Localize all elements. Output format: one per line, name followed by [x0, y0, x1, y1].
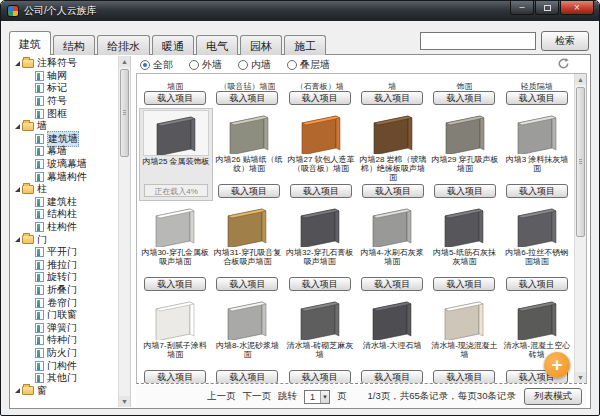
tree-item-leaf[interactable]: 轴网: [11, 70, 118, 83]
library-item-card[interactable]: （吸音毡）墙面载入项目: [211, 74, 283, 108]
library-item-card[interactable]: 内墙27 软包人造革（吸音板）墙面载入项目: [285, 108, 357, 201]
item-thumbnail[interactable]: [143, 110, 209, 156]
library-item-card[interactable]: 墙面载入项目: [139, 74, 211, 108]
prev-page-link[interactable]: 上一页: [207, 390, 236, 403]
load-into-project-button[interactable]: 载入项目: [289, 370, 351, 384]
library-item-card[interactable]: 墙载入项目: [356, 74, 428, 108]
tab-7[interactable]: 施工: [284, 35, 326, 55]
library-item-card[interactable]: 内墙31-穿孔吸音复合板吸声墙面载入项目: [211, 201, 283, 294]
library-item-card[interactable]: （石膏板）墙载入项目: [284, 74, 356, 108]
filter-option-4[interactable]: 叠层墙: [287, 58, 330, 72]
refresh-icon[interactable]: [557, 57, 570, 70]
close-button[interactable]: ×: [560, 1, 594, 15]
filter-option-1[interactable]: 全部: [140, 58, 173, 72]
item-thumbnail[interactable]: [289, 295, 351, 340]
tree-item-leaf[interactable]: 玻璃幕墙: [11, 158, 118, 171]
tree-item-leaf[interactable]: 旋转门: [11, 271, 118, 284]
load-into-project-button[interactable]: 载入项目: [216, 277, 278, 291]
tree-item-leaf[interactable]: 弹簧门: [11, 321, 118, 334]
item-thumbnail[interactable]: [289, 202, 351, 247]
tab-6[interactable]: 园林: [240, 35, 282, 55]
library-item-card[interactable]: 内墙3 涂料抹灰墙面载入项目: [501, 108, 573, 201]
expand-arrow-icon[interactable]: [15, 124, 20, 129]
library-item-card[interactable]: 内墙5-纸筋石灰抹灰墙面载入项目: [428, 201, 500, 294]
load-into-project-button[interactable]: 载入项目: [289, 277, 351, 291]
load-into-project-button[interactable]: 载入项目: [362, 184, 424, 198]
tree-item-leaf[interactable]: 门联窗: [11, 309, 118, 322]
title-bar[interactable]: 公司/个人云族库 – ×: [1, 1, 599, 21]
list-mode-button[interactable]: 列表模式: [524, 388, 582, 405]
load-into-project-button[interactable]: 载入项目: [289, 91, 351, 105]
next-page-link[interactable]: 下一页: [243, 390, 272, 403]
tree-scrollbar[interactable]: ▲ ▼: [118, 56, 130, 407]
tab-2[interactable]: 结构: [53, 35, 95, 55]
filter-option-2[interactable]: 外墙: [189, 58, 222, 72]
tree-item-leaf[interactable]: 符号: [11, 95, 118, 108]
library-item-card[interactable]: 轻质隔墙载入项目: [501, 74, 573, 108]
tree-item-leaf[interactable]: 图框: [11, 107, 118, 120]
tree-scrollbar-thumb[interactable]: [120, 69, 129, 157]
library-item-card[interactable]: 内墙7-刮腻子涂料墙面载入项目: [139, 294, 211, 384]
load-into-project-button[interactable]: 载入项目: [218, 184, 280, 198]
tab-3[interactable]: 给排水: [97, 35, 150, 55]
scroll-down-icon[interactable]: ▼: [575, 372, 586, 383]
filter-option-3[interactable]: 内墙: [238, 58, 271, 72]
scroll-down-icon[interactable]: ▼: [119, 396, 130, 407]
item-thumbnail[interactable]: [361, 295, 423, 340]
minimize-button[interactable]: –: [510, 1, 534, 15]
load-into-project-button[interactable]: 载入项目: [433, 277, 495, 291]
tree-item-leaf[interactable]: 幕墙: [11, 145, 118, 158]
grid-scrollbar[interactable]: ▲ ▼: [574, 74, 586, 383]
tree-item-leaf[interactable]: 特种门: [11, 334, 118, 347]
tree-item-leaf[interactable]: 柱构件: [11, 221, 118, 234]
tree-item-leaf[interactable]: 门构件: [11, 359, 118, 372]
load-into-project-button[interactable]: 载入项目: [506, 184, 568, 198]
load-into-project-button[interactable]: 载入项目: [144, 91, 206, 105]
search-button[interactable]: 检索: [541, 31, 589, 51]
add-fab-button[interactable]: +: [544, 352, 570, 378]
tree-item-leaf[interactable]: 推拉门: [11, 259, 118, 272]
scroll-up-icon[interactable]: ▲: [119, 56, 130, 67]
tree-item-folder[interactable]: 柱: [11, 183, 118, 196]
item-thumbnail[interactable]: [433, 295, 495, 340]
library-item-card[interactable]: 内墙30-穿孔金属板吸声墙面载入项目: [139, 201, 211, 294]
tree-item-folder[interactable]: 窗: [11, 384, 118, 397]
tree-item-leaf[interactable]: 折叠门: [11, 284, 118, 297]
tab-1[interactable]: 建筑: [9, 31, 51, 55]
radio-icon[interactable]: [140, 60, 150, 70]
tree-item-leaf[interactable]: 建筑柱: [11, 196, 118, 209]
item-thumbnail[interactable]: [144, 295, 206, 340]
expand-arrow-icon[interactable]: [15, 61, 20, 66]
expand-arrow-icon[interactable]: [15, 388, 20, 393]
radio-icon[interactable]: [287, 60, 297, 70]
load-into-project-button[interactable]: 载入项目: [506, 277, 568, 291]
load-into-project-button[interactable]: 载入项目: [290, 184, 352, 198]
scroll-up-icon[interactable]: ▲: [575, 74, 586, 85]
load-into-project-button[interactable]: 载入项目: [216, 91, 278, 105]
item-thumbnail[interactable]: [506, 202, 568, 247]
tree-item-leaf[interactable]: 结构柱: [11, 208, 118, 221]
item-thumbnail[interactable]: [433, 202, 495, 247]
load-into-project-button[interactable]: 载入项目: [361, 277, 423, 291]
item-thumbnail[interactable]: [216, 202, 278, 247]
tree-item-leaf[interactable]: 其他门: [11, 372, 118, 385]
expand-arrow-icon[interactable]: [15, 187, 20, 192]
library-item-card[interactable]: 内墙8-水泥砂浆墙面载入项目: [211, 294, 283, 384]
maximize-button[interactable]: [535, 1, 559, 15]
item-thumbnail[interactable]: [506, 295, 568, 340]
radio-icon[interactable]: [189, 60, 199, 70]
load-into-project-button[interactable]: 载入项目: [361, 370, 423, 384]
load-into-project-button[interactable]: 载入项目: [433, 370, 495, 384]
page-select[interactable]: 1 ▼: [304, 390, 330, 404]
load-into-project-button[interactable]: 载入项目: [144, 277, 206, 291]
grid-scrollbar-thumb[interactable]: [576, 87, 585, 237]
library-item-card[interactable]: 清水墙-现浇混凝土墙载入项目: [428, 294, 500, 384]
item-thumbnail[interactable]: [506, 109, 568, 154]
library-item-card[interactable]: 内墙4-水刷石灰浆墙面载入项目: [356, 201, 428, 294]
tree-item-folder[interactable]: 门: [11, 233, 118, 246]
expand-arrow-icon[interactable]: [15, 237, 20, 242]
library-item-card[interactable]: 内墙25 金属装饰板正在载入4%: [139, 108, 213, 201]
tree-item-leaf[interactable]: 标记: [11, 82, 118, 95]
library-item-card[interactable]: 内墙28 岩棉（玻璃棉）绝缘板吸声墙面载入项目: [357, 108, 429, 201]
tree-item-folder[interactable]: 注释符号: [11, 57, 118, 70]
